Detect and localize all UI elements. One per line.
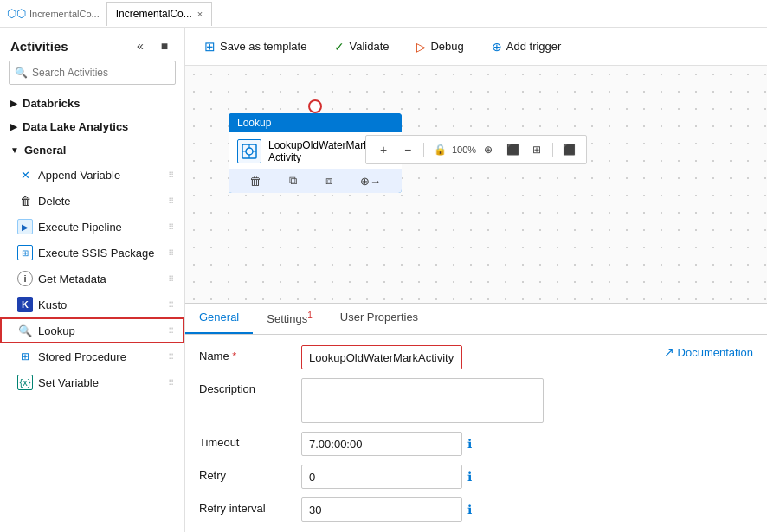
node-copy-button[interactable]: ⧉ bbox=[287, 172, 299, 189]
group-databricks: ▶ Databricks bbox=[0, 92, 184, 115]
description-label: Description bbox=[199, 378, 294, 395]
sidebar-item-execute-pipeline[interactable]: ▶ Execute Pipeline ⠿ bbox=[0, 214, 184, 240]
sidebar-item-get-metadata[interactable]: i Get Metadata ⠿ bbox=[0, 266, 184, 292]
sidebar-item-set-variable-label: Set Variable bbox=[38, 376, 99, 389]
sidebar-item-stored-procedure[interactable]: ⊞ Stored Procedure ⠿ bbox=[0, 343, 184, 369]
toolbar: ⊞ Save as template ✓ Validate ▷ Debug ⊕ … bbox=[185, 28, 767, 66]
canvas-fit-button[interactable]: ⊕ bbox=[478, 139, 499, 160]
timeout-input[interactable] bbox=[301, 432, 462, 456]
bottom-panel-tabs: General Settings1 User Properties bbox=[185, 304, 767, 335]
tab-user-properties[interactable]: User Properties bbox=[326, 304, 432, 334]
debug-label: Debug bbox=[430, 40, 463, 53]
name-label: Name * bbox=[199, 345, 294, 362]
delete-icon: 🗑 bbox=[17, 193, 33, 208]
name-required: * bbox=[232, 349, 236, 362]
group-datalake-header[interactable]: ▶ Data Lake Analytics bbox=[0, 115, 184, 138]
close-tab-button[interactable]: × bbox=[197, 9, 203, 19]
tab-user-properties-label: User Properties bbox=[340, 311, 418, 324]
chevron-right-icon-2: ▶ bbox=[10, 122, 17, 131]
sidebar-item-execute-ssis[interactable]: ⊞ Execute SSIS Package ⠿ bbox=[0, 240, 184, 266]
canvas-grid-button[interactable]: ⊞ bbox=[526, 139, 547, 160]
kusto-icon: K bbox=[17, 297, 33, 312]
canvas-toolbar: + − 🔒 100% ⊕ ⬛ ⊞ ⬛ bbox=[365, 135, 587, 164]
canvas[interactable]: Lookup bbox=[185, 66, 767, 303]
canvas-subtract-button[interactable]: − bbox=[397, 139, 418, 160]
sidebar-item-kusto[interactable]: K Kusto ⠿ bbox=[0, 292, 184, 317]
sidebar-item-append-variable-label: Append Variable bbox=[38, 169, 120, 182]
drag-handle: ⠿ bbox=[168, 326, 174, 336]
debug-button[interactable]: ▷ Debug bbox=[411, 37, 468, 56]
settings-badge: 1 bbox=[307, 311, 313, 320]
name-input[interactable] bbox=[301, 345, 462, 369]
drag-handle: ⠿ bbox=[168, 300, 174, 310]
node-connect-button[interactable]: ⊕→ bbox=[358, 173, 383, 189]
node-activity-icon bbox=[237, 139, 261, 163]
retry-interval-info-icon[interactable]: ℹ bbox=[467, 503, 472, 516]
node-header-label: Lookup bbox=[237, 117, 271, 129]
sidebar-item-set-variable[interactable]: {x} Set Variable ⠿ bbox=[0, 369, 184, 395]
file-tab[interactable]: IncrementalCo... × bbox=[106, 2, 212, 26]
group-general: ▼ General ✕ Append Variable ⠿ 🗑 Delete bbox=[0, 138, 184, 395]
description-row: Description bbox=[199, 378, 753, 423]
get-metadata-icon: i bbox=[17, 271, 33, 286]
sidebar-item-lookup[interactable]: 🔍 Lookup ⠿ bbox=[0, 317, 184, 343]
sidebar-list: ▶ Databricks ▶ Data Lake Analytics ▼ Gen… bbox=[0, 92, 184, 532]
node-label: LookupOldWaterMark Activity bbox=[268, 139, 369, 163]
group-databricks-label: Databricks bbox=[23, 97, 80, 110]
group-datalake: ▶ Data Lake Analytics bbox=[0, 115, 184, 138]
app-title: IncrementalCo... bbox=[29, 9, 100, 19]
canvas-zoom-button[interactable]: 100% bbox=[454, 139, 474, 160]
timeout-row: Timeout ℹ bbox=[199, 432, 753, 456]
sidebar: Activities « ■ 🔍 ▶ Databricks ▶ bbox=[0, 28, 185, 532]
sidebar-controls: « ■ bbox=[131, 36, 174, 55]
drag-handle: ⠿ bbox=[168, 222, 174, 232]
description-input[interactable] bbox=[301, 378, 544, 423]
timeout-field-wrapper: ℹ bbox=[301, 432, 472, 456]
node-clone-button[interactable]: ⧈ bbox=[324, 172, 334, 189]
doc-external-icon: ↗ bbox=[664, 345, 674, 359]
drag-handle: ⠿ bbox=[168, 196, 174, 206]
retry-input[interactable] bbox=[301, 465, 462, 489]
sidebar-title: Activities bbox=[10, 39, 68, 54]
name-row: Name * ↗ Documentation bbox=[199, 345, 753, 369]
name-field-wrapper bbox=[301, 345, 462, 369]
retry-interval-input[interactable] bbox=[301, 497, 462, 522]
documentation-link[interactable]: Documentation bbox=[678, 346, 753, 359]
drag-handle: ⠿ bbox=[168, 352, 174, 362]
sidebar-item-append-variable[interactable]: ✕ Append Variable ⠿ bbox=[0, 162, 184, 188]
node-actions: 🗑 ⧉ ⧈ ⊕→ bbox=[229, 169, 402, 193]
group-databricks-header[interactable]: ▶ Databricks bbox=[0, 92, 184, 115]
group-general-header[interactable]: ▼ General bbox=[0, 138, 184, 162]
save-template-button[interactable]: ⊞ Save as template bbox=[199, 36, 312, 57]
search-icon: 🔍 bbox=[15, 67, 28, 79]
validate-button[interactable]: ✓ Validate bbox=[329, 37, 394, 56]
canvas-lock-button[interactable]: 🔒 bbox=[429, 139, 450, 160]
timeout-info-icon[interactable]: ℹ bbox=[467, 437, 472, 451]
drag-handle: ⠿ bbox=[168, 248, 174, 258]
title-bar: ⬡⬡ IncrementalCo... IncrementalCo... × bbox=[0, 0, 767, 28]
sidebar-item-delete[interactable]: 🗑 Delete ⠿ bbox=[0, 188, 184, 214]
search-input[interactable] bbox=[9, 61, 176, 85]
retry-info-icon[interactable]: ℹ bbox=[467, 470, 472, 484]
tab-general[interactable]: General bbox=[185, 304, 253, 334]
chevron-down-icon: ▼ bbox=[10, 145, 19, 155]
sidebar-item-delete-label: Delete bbox=[38, 195, 71, 208]
stored-procedure-icon: ⊞ bbox=[17, 349, 33, 364]
canvas-select-button[interactable]: ⬛ bbox=[502, 139, 523, 160]
validate-icon: ✓ bbox=[334, 40, 345, 54]
canvas-layout-button[interactable]: ⬛ bbox=[558, 139, 579, 160]
canvas-add-button[interactable]: + bbox=[373, 139, 394, 160]
retry-interval-label: Retry interval bbox=[199, 497, 294, 515]
drag-handle: ⠿ bbox=[168, 170, 174, 180]
add-trigger-button[interactable]: ⊕ Add trigger bbox=[487, 37, 567, 56]
sidebar-collapse-button[interactable]: « bbox=[131, 36, 150, 55]
node-delete-button[interactable]: 🗑 bbox=[248, 172, 263, 189]
canvas-area: ⊞ Save as template ✓ Validate ▷ Debug ⊕ … bbox=[185, 28, 767, 532]
node-header: Lookup bbox=[229, 113, 402, 132]
sidebar-header: Activities « ■ bbox=[0, 28, 184, 61]
sidebar-view-button[interactable]: ■ bbox=[155, 36, 174, 55]
sidebar-item-stored-procedure-label: Stored Procedure bbox=[38, 350, 126, 363]
search-box: 🔍 bbox=[9, 61, 176, 85]
tab-general-label: General bbox=[199, 311, 239, 324]
tab-settings[interactable]: Settings1 bbox=[253, 304, 326, 334]
